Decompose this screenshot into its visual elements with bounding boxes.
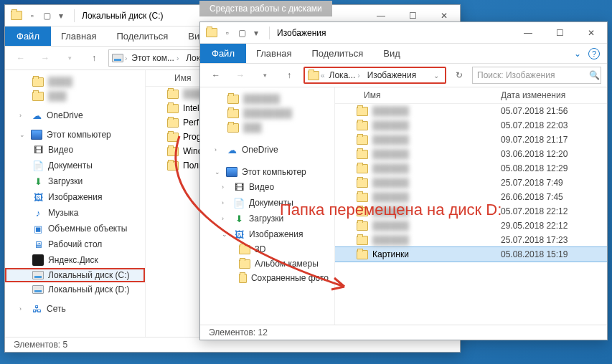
nav-back-button[interactable]: ← (11, 49, 31, 67)
folder-icon (239, 274, 247, 283)
yandexdisk-icon (32, 254, 44, 266)
tree-item-desktop[interactable]: 🖥Рабочий стол (5, 236, 145, 252)
tree-network[interactable]: ›🖧Сеть (5, 301, 145, 317)
list-item[interactable]: ██████29.05.2018 22:12 (335, 219, 607, 233)
tree-item-local-d[interactable]: Локальный диск (D:) (5, 282, 145, 297)
list-item[interactable]: ██████05.07.2018 21:56 (335, 104, 607, 118)
nav-forward-button[interactable]: → (230, 67, 250, 84)
nav-up-button[interactable]: ↑ (279, 67, 299, 84)
network-icon: 🖧 (31, 303, 42, 315)
search-input[interactable] (477, 70, 585, 80)
ribbon-tab-home[interactable]: Главная (51, 27, 106, 46)
breadcrumb-dropdown-icon[interactable]: ⌄ (430, 72, 442, 80)
list-item[interactable]: ██████26.06.2018 7:45 (335, 190, 607, 204)
drive-icon (112, 54, 123, 62)
folder-icon (206, 28, 217, 37)
search-icon[interactable]: 🔍 (589, 70, 600, 80)
qat-dropdown-icon[interactable]: ▾ (250, 27, 262, 39)
video-icon: 🎞 (32, 144, 44, 155)
folder-icon (32, 92, 44, 101)
list-item[interactable]: ██████05.07.2018 22:12 (335, 204, 607, 219)
tree-this-pc[interactable]: ⌄Этот компьютер (200, 165, 334, 179)
help-icon[interactable]: ? (588, 48, 600, 59)
ribbon-tab-share[interactable]: Поделиться (301, 44, 373, 63)
column-header[interactable]: Имя Дата изменения (335, 87, 607, 104)
list-item-selected[interactable]: Картинки05.08.2018 15:19 (335, 247, 607, 262)
qat-neutral-icon[interactable]: ▢ (41, 10, 52, 21)
breadcrumb-item[interactable]: Этот ком...› (128, 53, 182, 63)
tree-item-camera-roll[interactable]: Альбом камеры (200, 257, 334, 271)
pc-icon (226, 167, 237, 177)
tree-item-3d[interactable]: ▣Объемные объекты (5, 221, 145, 236)
objects3d-icon: ▣ (32, 223, 44, 234)
nav-up-button[interactable]: ↑ (84, 49, 104, 67)
nav-forward-button[interactable]: → (35, 49, 55, 67)
tree-item[interactable]: ███ (200, 120, 334, 135)
folder-icon (227, 123, 239, 133)
close-button[interactable]: ✕ (575, 22, 607, 44)
list-item[interactable]: ██████05.08.2018 12:29 (335, 161, 607, 176)
tree-item-pictures[interactable]: ⌄🖼Изображения (200, 226, 334, 242)
tree-item-3d[interactable]: 3D (200, 242, 334, 257)
folder-icon (227, 95, 239, 104)
maximize-button[interactable]: ☐ (544, 22, 575, 44)
pictures-icon: 🖼 (32, 191, 44, 203)
tree-item[interactable]: ████████ (200, 106, 334, 120)
qat-neutral-icon[interactable]: ▢ (236, 27, 248, 39)
ribbon-tab-share[interactable]: Поделиться (106, 27, 178, 46)
col-name[interactable]: Имя (364, 90, 501, 100)
minimize-button[interactable]: — (512, 22, 544, 44)
tree-item-music[interactable]: ♪Музыка (5, 205, 145, 221)
nav-back-button[interactable]: ← (206, 67, 226, 84)
tree-onedrive[interactable]: ›☁OneDrive (200, 142, 334, 158)
folder-icon (357, 164, 368, 173)
tree-item-pictures[interactable]: 🖼Изображения (5, 189, 145, 205)
qat-dropdown-icon[interactable]: ▾ (55, 10, 67, 21)
ribbon-file-tab[interactable]: Файл (200, 44, 246, 63)
qat-properties-icon[interactable]: ▫ (27, 10, 38, 21)
tree-item-videos[interactable]: ›🎞Видео (200, 179, 334, 195)
list-item[interactable]: ██████05.07.2018 22:03 (335, 118, 607, 133)
music-icon: ♪ (32, 207, 44, 219)
nav-tree[interactable]: ████ ███ ›☁OneDrive ⌄Этот компьютер 🎞Вид… (5, 70, 146, 337)
status-text: Элементов: 12 (209, 327, 268, 337)
nav-history-dropdown[interactable]: ▾ (255, 67, 275, 84)
tree-item-yandexdisk[interactable]: Яндекс.Диск (5, 252, 145, 268)
tree-item-downloads[interactable]: ›⬇Загрузки (200, 211, 334, 226)
tree-onedrive[interactable]: ›☁OneDrive (5, 107, 145, 123)
tree-item[interactable]: ██████ (200, 92, 334, 106)
desktop-icon: 🖥 (32, 239, 44, 250)
tree-item-documents[interactable]: ›📄Документы (200, 195, 334, 211)
tree-item-documents[interactable]: 📄Документы (5, 158, 145, 173)
ribbon-file-tab[interactable]: Файл (5, 27, 51, 46)
breadcrumb-item[interactable]: Лока...› (326, 70, 363, 80)
nav-history-dropdown[interactable]: ▾ (60, 49, 80, 67)
tree-item[interactable]: ████ (5, 75, 145, 89)
ribbon-tab-home[interactable]: Главная (246, 44, 301, 63)
folder-icon (308, 71, 319, 80)
pictures-icon: 🖼 (233, 229, 245, 240)
folder-icon (239, 259, 250, 269)
tree-item-saved-photos[interactable]: Сохраненные фото (200, 271, 334, 285)
search-box[interactable]: 🔍 (472, 67, 601, 84)
list-item[interactable]: ██████09.07.2018 21:17 (335, 133, 607, 147)
ribbon-tab-view[interactable]: Вид (373, 44, 410, 63)
tree-item-local-c[interactable]: Локальный диск (C:) (5, 268, 145, 282)
col-date[interactable]: Дата изменения (501, 90, 601, 100)
refresh-button[interactable]: ↻ (451, 67, 468, 84)
folder-icon (167, 118, 179, 128)
drive-icon (32, 285, 44, 294)
tree-this-pc[interactable]: ⌄Этот компьютер (5, 128, 145, 142)
folder-icon (357, 178, 368, 188)
tree-item-downloads[interactable]: ⬇Загрузки (5, 173, 145, 189)
ribbon-expand-icon[interactable]: ⌄ (574, 49, 581, 59)
breadcrumb-item[interactable]: Изобажения (364, 70, 419, 80)
list-item[interactable]: ██████03.06.2018 12:20 (335, 147, 607, 161)
breadcrumb-bar[interactable]: « Лока...› Изобажения ⌄ (303, 67, 446, 84)
nav-tree[interactable]: ██████ ████████ ███ ›☁OneDrive ⌄Этот ком… (200, 87, 335, 325)
tree-item[interactable]: ███ (5, 89, 145, 103)
list-item[interactable]: ██████25.07.2018 7:49 (335, 176, 607, 190)
list-item[interactable]: ██████25.07.2018 17:23 (335, 233, 607, 247)
tree-item-videos[interactable]: 🎞Видео (5, 142, 145, 158)
qat-properties-icon[interactable]: ▫ (222, 27, 233, 39)
